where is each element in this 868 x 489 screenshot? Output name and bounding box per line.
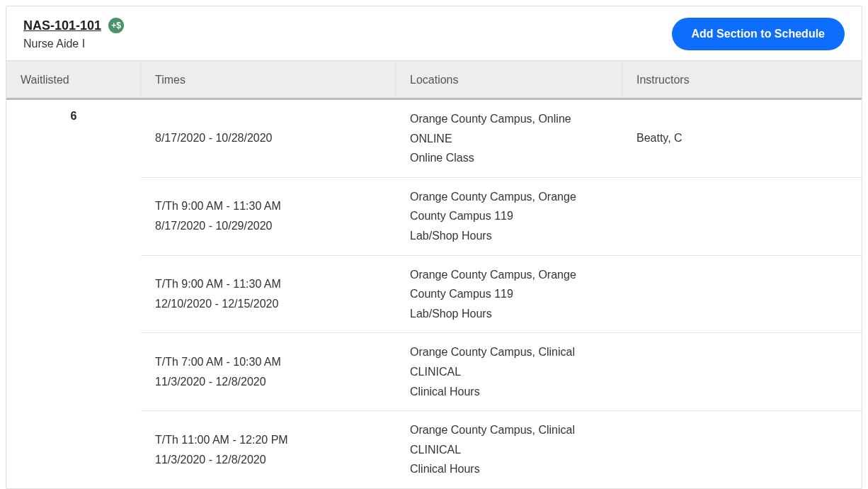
meeting-dates: 12/10/2020 - 12/15/2020 bbox=[155, 296, 382, 313]
course-info: NAS-101-101 +$ Nurse Aide I bbox=[23, 18, 124, 50]
meeting-instructor bbox=[622, 421, 862, 478]
meeting-location: Orange County Campus, Orange County Camp… bbox=[396, 188, 622, 245]
meeting-instructor bbox=[622, 266, 862, 323]
table-body-row: 6 8/17/2020 - 10/28/2020 Orange County C… bbox=[6, 100, 862, 488]
meeting-row: T/Th 7:00 AM - 10:30 AM 11/3/2020 - 12/8… bbox=[141, 333, 862, 411]
location-line: CLINICAL bbox=[410, 441, 608, 459]
meeting-instructor: Beatty, C bbox=[622, 110, 862, 167]
meeting-times: T/Th 7:00 AM - 10:30 AM 11/3/2020 - 12/8… bbox=[141, 343, 396, 400]
meeting-instructor bbox=[622, 188, 862, 245]
meeting-row: 8/17/2020 - 10/28/2020 Orange County Cam… bbox=[141, 100, 862, 178]
section-card: NAS-101-101 +$ Nurse Aide I Add Section … bbox=[6, 6, 862, 489]
meeting-schedule: T/Th 9:00 AM - 11:30 AM bbox=[155, 276, 382, 293]
meeting-schedule: T/Th 9:00 AM - 11:30 AM bbox=[155, 198, 382, 215]
meeting-times: T/Th 11:00 AM - 12:20 PM 11/3/2020 - 12/… bbox=[141, 421, 396, 478]
meeting-row: T/Th 9:00 AM - 11:30 AM 8/17/2020 - 10/2… bbox=[141, 178, 862, 256]
fee-icon: +$ bbox=[108, 18, 124, 33]
meeting-dates: 8/17/2020 - 10/29/2020 bbox=[155, 218, 382, 235]
course-title: Nurse Aide I bbox=[23, 38, 124, 50]
meeting-dates: 11/3/2020 - 12/8/2020 bbox=[155, 451, 382, 468]
course-code-row: NAS-101-101 +$ bbox=[23, 18, 124, 33]
meeting-location: Orange County Campus, Online ONLINE Onli… bbox=[396, 110, 622, 167]
waitlisted-count: 6 bbox=[6, 100, 141, 488]
location-line: ONLINE bbox=[410, 130, 608, 148]
meeting-location: Orange County Campus, Clinical CLINICAL … bbox=[396, 421, 622, 478]
meeting-times: T/Th 9:00 AM - 11:30 AM 12/10/2020 - 12/… bbox=[141, 266, 396, 323]
meeting-location: Orange County Campus, Clinical CLINICAL … bbox=[396, 343, 622, 400]
col-header-waitlisted: Waitlisted bbox=[6, 61, 141, 98]
col-header-times: Times bbox=[141, 61, 396, 98]
meeting-location: Orange County Campus, Orange County Camp… bbox=[396, 266, 622, 323]
meeting-instructor bbox=[622, 343, 862, 400]
location-line: Orange County Campus, Orange bbox=[410, 266, 608, 284]
location-line: Orange County Campus, Clinical bbox=[410, 343, 608, 361]
add-section-button[interactable]: Add Section to Schedule bbox=[672, 18, 845, 50]
meeting-row: T/Th 9:00 AM - 11:30 AM 12/10/2020 - 12/… bbox=[141, 256, 862, 334]
meeting-dates: 11/3/2020 - 12/8/2020 bbox=[155, 373, 382, 390]
location-line: Clinical Hours bbox=[410, 383, 608, 401]
location-line: Orange County Campus, Orange bbox=[410, 188, 608, 206]
col-header-instructors: Instructors bbox=[622, 61, 862, 98]
meeting-times: 8/17/2020 - 10/28/2020 bbox=[141, 110, 396, 167]
location-line: Online Class bbox=[410, 149, 608, 167]
location-line: County Campus 119 bbox=[410, 207, 608, 225]
location-line: Orange County Campus, Clinical bbox=[410, 421, 608, 439]
location-line: County Campus 119 bbox=[410, 285, 608, 303]
meeting-schedule: T/Th 11:00 AM - 12:20 PM bbox=[155, 432, 382, 449]
meeting-dates: 8/17/2020 - 10/28/2020 bbox=[155, 130, 382, 147]
meeting-times: T/Th 9:00 AM - 11:30 AM 8/17/2020 - 10/2… bbox=[141, 188, 396, 245]
meetings-list: 8/17/2020 - 10/28/2020 Orange County Cam… bbox=[141, 100, 862, 488]
meeting-schedule: T/Th 7:00 AM - 10:30 AM bbox=[155, 354, 382, 371]
meeting-row: T/Th 11:00 AM - 12:20 PM 11/3/2020 - 12/… bbox=[141, 411, 862, 488]
location-line: Orange County Campus, Online bbox=[410, 110, 608, 128]
section-header: NAS-101-101 +$ Nurse Aide I Add Section … bbox=[6, 6, 862, 60]
location-line: Lab/Shop Hours bbox=[410, 227, 608, 245]
course-code-link[interactable]: NAS-101-101 bbox=[23, 18, 101, 33]
location-line: Clinical Hours bbox=[410, 460, 608, 478]
table-header-row: Waitlisted Times Locations Instructors bbox=[6, 60, 862, 100]
location-line: CLINICAL bbox=[410, 363, 608, 381]
location-line: Lab/Shop Hours bbox=[410, 305, 608, 323]
col-header-locations: Locations bbox=[396, 61, 622, 98]
